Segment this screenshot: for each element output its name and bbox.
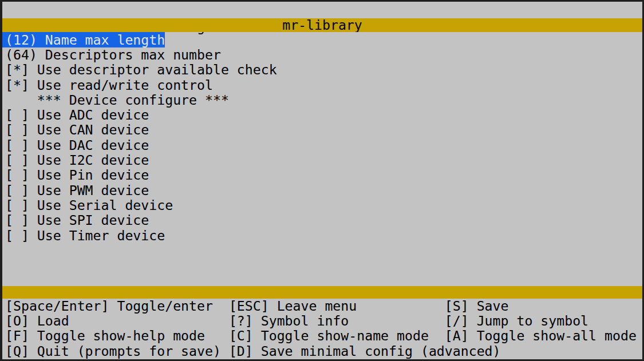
menu-item-text: [ ] Use Serial device [2, 197, 173, 213]
menu-item-use-timer-device[interactable]: [ ] Use Timer device [2, 228, 642, 243]
menu-item-text: [ ] Use PWM device [2, 183, 149, 198]
menu-item-text: [ ] Use SPI device [2, 212, 149, 228]
help-row-mode-toggles: [F] Toggle show-help mode [C] Toggle sho… [2, 328, 642, 343]
menu-comment-device-configure: *** Device configure *** [2, 92, 642, 107]
menu-item-use-dac-device[interactable]: [ ] Use DAC device [2, 137, 642, 152]
empty-area [2, 243, 642, 286]
menu-item-use-pin-device[interactable]: [ ] Use Pin device [2, 168, 642, 183]
breadcrumb: (Top) → Device configure [2, 2, 642, 18]
app-title: mr-library [282, 18, 362, 32]
menu-item-text: [*] Use read/write control [2, 77, 213, 93]
menu-item-use-pwm-device[interactable]: [ ] Use PWM device [2, 183, 642, 197]
menu-item-use-adc-device[interactable]: [ ] Use ADC device [2, 107, 642, 122]
menu-item-text: [ ] Use Pin device [2, 167, 149, 183]
menu-item-text: [ ] Use CAN device [2, 122, 149, 137]
title-bar: mr-library [2, 18, 642, 32]
menu-item-text: (64) Descriptors max number [2, 47, 221, 62]
help-row-toggle-leave-save: [Space/Enter] Toggle/enter [ESC] Leave m… [2, 299, 642, 314]
menu-item-text: [ ] Use ADC device [2, 107, 149, 122]
menu-item-text: [ ] Use DAC device [2, 137, 149, 153]
menu-item-use-read-write-control[interactable]: [*] Use read/write control [2, 77, 642, 92]
menuconfig-window: (Top) → Device configure mr-library (12)… [0, 0, 644, 361]
menu-item-descriptors-max-number[interactable]: (64) Descriptors max number [2, 47, 642, 62]
menu-item-text: [ ] Use Timer device [2, 228, 165, 243]
comment-text: *** Device configure *** [2, 92, 229, 108]
separator-bar [2, 286, 642, 299]
menu-item-use-serial-device[interactable]: [ ] Use Serial device [2, 197, 642, 212]
menu-item-use-i2c-device[interactable]: [ ] Use I2C device [2, 152, 642, 167]
menu-item-use-descriptor-available-check[interactable]: [*] Use descriptor available check [2, 62, 642, 77]
selected-item-text: (12) Name max length [2, 32, 165, 47]
menu-item-text: [*] Use descriptor available check [2, 62, 277, 77]
menu-item-text: [ ] Use I2C device [2, 152, 149, 168]
menu-list: (12) Name max length (64) Descriptors ma… [2, 32, 642, 243]
keyboard-shortcuts-help: [Space/Enter] Toggle/enter [ESC] Leave m… [2, 299, 642, 359]
menu-item-name-max-length[interactable]: (12) Name max length [2, 32, 642, 47]
help-row-quit-save-minimal: [Q] Quit (prompts for save) [D] Save min… [2, 344, 642, 359]
help-row-load-info-jump: [O] Load [?] Symbol info [/] Jump to sym… [2, 314, 642, 328]
menu-item-use-spi-device[interactable]: [ ] Use SPI device [2, 213, 642, 228]
menu-item-use-can-device[interactable]: [ ] Use CAN device [2, 122, 642, 137]
